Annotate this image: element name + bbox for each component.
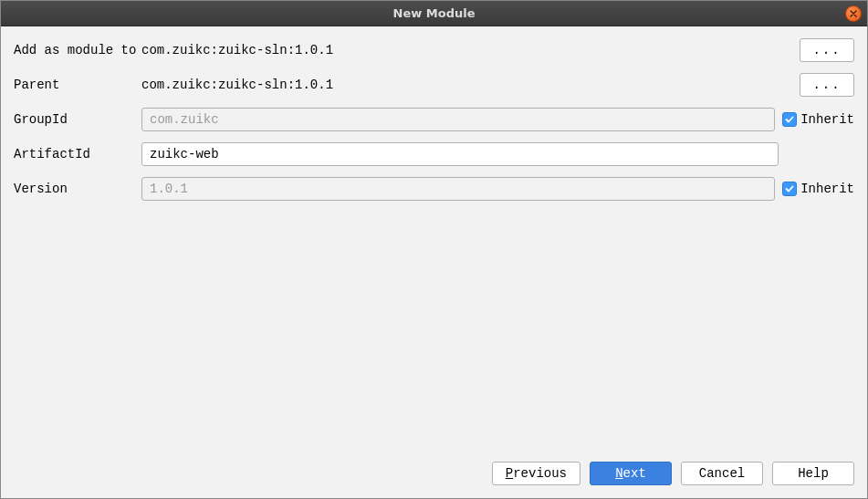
new-module-dialog: New Module Add as module to com.zuikc:zu… bbox=[0, 0, 868, 499]
label-parent: Parent bbox=[14, 78, 141, 92]
browse-parent-button[interactable]: ... bbox=[800, 73, 854, 97]
row-artifactid: ArtifactId bbox=[14, 143, 854, 165]
label-version: Version bbox=[14, 182, 141, 196]
value-parent: com.zuikc:zuikc-sln:1.0.1 bbox=[141, 78, 789, 92]
help-button[interactable]: Help bbox=[772, 462, 854, 485]
cancel-button[interactable]: Cancel bbox=[681, 462, 763, 485]
row-groupid: GroupId Inherit bbox=[14, 109, 854, 130]
input-artifactid[interactable] bbox=[141, 142, 779, 166]
row-add-module: Add as module to com.zuikc:zuikc-sln:1.0… bbox=[14, 39, 854, 61]
close-icon[interactable] bbox=[845, 5, 862, 22]
value-add-module: com.zuikc:zuikc-sln:1.0.1 bbox=[141, 43, 789, 57]
label-artifactid: ArtifactId bbox=[14, 147, 141, 161]
label-version-inherit: Inherit bbox=[800, 182, 854, 196]
next-button[interactable]: Next bbox=[590, 462, 672, 485]
row-version: Version Inherit bbox=[14, 178, 854, 200]
window-title: New Module bbox=[1, 6, 867, 20]
label-add-module: Add as module to bbox=[14, 43, 141, 57]
checkbox-groupid-inherit[interactable] bbox=[782, 112, 797, 127]
previous-button[interactable]: Previous bbox=[492, 462, 580, 485]
label-groupid-inherit: Inherit bbox=[800, 112, 854, 127]
titlebar[interactable]: New Module bbox=[1, 1, 867, 26]
browse-add-module-button[interactable]: ... bbox=[800, 38, 854, 62]
input-version[interactable] bbox=[141, 177, 775, 201]
row-parent: Parent com.zuikc:zuikc-sln:1.0.1 ... bbox=[14, 74, 854, 96]
input-groupid[interactable] bbox=[141, 108, 775, 131]
button-bar: Previous Next Cancel Help bbox=[1, 458, 867, 498]
checkbox-version-inherit[interactable] bbox=[782, 182, 797, 196]
label-groupid: GroupId bbox=[14, 112, 141, 127]
dialog-content: Add as module to com.zuikc:zuikc-sln:1.0… bbox=[1, 26, 867, 458]
